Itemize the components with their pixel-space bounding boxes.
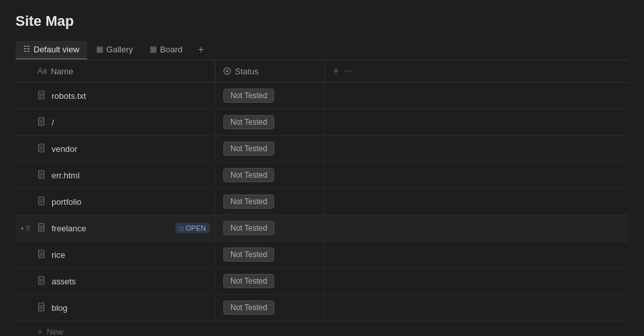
- file-icon: [37, 90, 46, 101]
- row-extra-cell: [325, 116, 629, 128]
- table-row[interactable]: ⠿ portfolio Not Tested: [15, 189, 629, 215]
- add-column-button[interactable]: +: [333, 65, 339, 77]
- row-name-text: robots.txt: [52, 91, 86, 101]
- row-expand-icon: +: [20, 224, 24, 232]
- row-status-cell: Not Tested: [216, 215, 325, 241]
- status-badge: Not Tested: [223, 194, 274, 209]
- table-row[interactable]: ⠿ rice Not Tested: [15, 242, 629, 268]
- row-name-text: err.html: [52, 171, 79, 180]
- row-left-controls: ⠿: [15, 145, 35, 152]
- row-status-cell: Not Tested: [216, 189, 325, 215]
- row-left-controls: ⠿: [15, 119, 35, 126]
- row-extra-cell: [325, 222, 629, 234]
- row-left-controls: ⠿: [15, 251, 35, 258]
- status-badge: Not Tested: [223, 142, 274, 156]
- table-row[interactable]: ⠿ robots.txt Not Tested: [15, 83, 629, 109]
- row-extra-cell: [325, 249, 629, 260]
- table-row[interactable]: ⠿ err.html Not Tested: [15, 162, 629, 189]
- row-extra-cell: [325, 143, 629, 154]
- status-badge: Not Tested: [223, 247, 274, 262]
- open-badge-icon: □: [179, 225, 183, 232]
- column-actions: + ···: [325, 60, 361, 82]
- svg-point-1: [226, 70, 228, 72]
- tab-default-view[interactable]: ☷ Default view: [15, 41, 87, 59]
- page-title: Site Map: [15, 13, 629, 30]
- row-name-cell: robots.txt: [35, 85, 216, 107]
- row-name-cell: vendor: [35, 138, 216, 160]
- row-left-controls: ⠿: [15, 92, 35, 100]
- table-body: ⠿ robots.txt Not Tested ⠿: [15, 83, 629, 321]
- gallery-icon: ▦: [96, 45, 103, 54]
- row-name-text: portfolio: [52, 197, 81, 207]
- row-name-cell: err.html: [35, 164, 216, 187]
- open-badge[interactable]: □ OPEN: [176, 223, 210, 233]
- status-badge: Not Tested: [223, 221, 274, 235]
- new-row-label: New: [46, 327, 63, 337]
- row-name-cell: blog: [35, 297, 216, 319]
- status-badge: Not Tested: [223, 274, 274, 288]
- row-extra-cell: [325, 302, 629, 313]
- table-row[interactable]: ⠿ blog Not Tested: [15, 295, 629, 321]
- file-icon: [37, 223, 46, 234]
- status-column-label: Status: [235, 67, 259, 76]
- name-column-icon: Aa: [37, 67, 47, 76]
- row-name-text: assets: [52, 277, 76, 286]
- row-extra-cell: [325, 90, 629, 101]
- row-name-text: blog: [52, 303, 68, 313]
- file-icon: [37, 170, 46, 181]
- table-row[interactable]: ⠿ assets Not Tested: [15, 268, 629, 295]
- page-container: Site Map ☷ Default view ▦ Gallery ▦ Boar…: [0, 0, 644, 336]
- add-tab-button[interactable]: +: [192, 40, 210, 59]
- row-left-controls: + ⠿: [15, 224, 35, 232]
- row-name-text: rice: [52, 250, 65, 260]
- row-name-cell: freelance □ OPEN: [35, 217, 216, 240]
- open-badge-label: OPEN: [186, 224, 206, 232]
- row-name-cell: assets: [35, 270, 216, 293]
- table-header: Aa Name Status + ···: [15, 60, 629, 83]
- file-icon: [37, 249, 46, 260]
- status-column-icon: [223, 67, 231, 75]
- tab-default-view-label: Default view: [34, 45, 79, 54]
- tab-gallery[interactable]: ▦ Gallery: [88, 41, 141, 59]
- row-status-cell: Not Tested: [216, 109, 325, 135]
- row-left-controls: ⠿: [15, 278, 35, 285]
- file-icon: [37, 276, 46, 287]
- tab-gallery-label: Gallery: [106, 45, 133, 54]
- tab-board[interactable]: ▦ Board: [142, 41, 190, 59]
- column-header-status[interactable]: Status: [216, 61, 325, 81]
- row-name-text: vendor: [52, 144, 77, 154]
- name-column-label: Name: [51, 67, 74, 76]
- row-extra-cell: [325, 275, 629, 287]
- file-icon: [37, 196, 46, 207]
- row-extra-cell: [325, 196, 629, 207]
- table-row[interactable]: ⠿ / Not Tested: [15, 109, 629, 136]
- row-status-cell: Not Tested: [216, 295, 325, 320]
- table-row[interactable]: + ⠿ freelance □ OPEN Not Tested: [15, 215, 629, 242]
- row-name-text: /: [52, 118, 54, 127]
- row-name-cell: portfolio: [35, 191, 216, 213]
- status-badge: Not Tested: [223, 168, 274, 182]
- row-name-text: freelance: [52, 224, 86, 233]
- tab-board-label: Board: [160, 45, 183, 54]
- status-badge: Not Tested: [223, 300, 274, 315]
- row-drag-handle-icon: ⠿: [26, 225, 30, 232]
- row-status-cell: Not Tested: [216, 268, 325, 294]
- row-left-controls: ⠿: [15, 172, 35, 179]
- more-options-button[interactable]: ···: [344, 65, 352, 77]
- file-icon: [37, 143, 46, 154]
- file-icon: [37, 302, 46, 313]
- row-name-cell: /: [35, 111, 216, 134]
- board-icon: ▦: [150, 45, 157, 54]
- status-badge: Not Tested: [223, 89, 274, 103]
- table-row[interactable]: ⠿ vendor Not Tested: [15, 136, 629, 162]
- row-left-controls: ⠿: [15, 304, 35, 311]
- row-status-cell: Not Tested: [216, 83, 325, 109]
- new-row-plus-icon: +: [37, 326, 43, 336]
- row-left-controls: ⠿: [15, 198, 35, 205]
- table-container: Aa Name Status + ··· ⠿: [15, 60, 629, 336]
- tabs-bar: ☷ Default view ▦ Gallery ▦ Board +: [15, 40, 629, 60]
- row-extra-cell: [325, 169, 629, 181]
- row-status-cell: Not Tested: [216, 162, 325, 188]
- new-row-button[interactable]: + New: [15, 321, 629, 336]
- column-header-name[interactable]: Aa Name: [35, 61, 216, 81]
